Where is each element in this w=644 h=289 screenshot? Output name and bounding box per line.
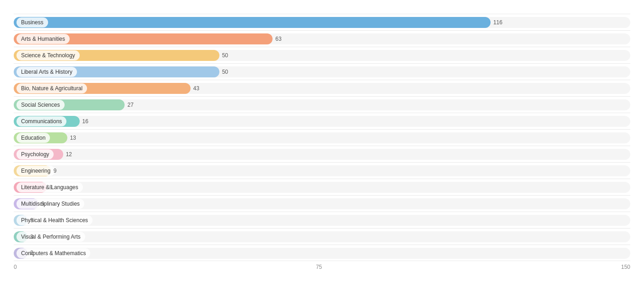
bar-label: Multidisciplinary Studies	[16, 199, 84, 209]
bar-label: Arts & Humanities	[16, 34, 70, 44]
bar-label: Visual & Performing Arts	[16, 232, 85, 242]
bar-value: 27	[127, 102, 133, 108]
bar-row: Physical & Health Sciences3	[14, 212, 630, 228]
bar-value: 6	[41, 201, 44, 207]
bar-row: Visual & Performing Arts3	[14, 228, 630, 245]
bar-label: Bio, Nature & Agricultural	[16, 83, 87, 93]
bar-label: Psychology	[16, 149, 54, 159]
x-axis-label: 150	[621, 264, 630, 270]
bar-row: Literature & Languages8	[14, 179, 630, 195]
bar-value: 50	[222, 52, 228, 59]
bar-label: Engineering	[16, 166, 55, 176]
bar-label: Computers & Mathematics	[16, 248, 90, 258]
bar-value: 12	[66, 151, 72, 158]
bar-value: 3	[30, 234, 33, 240]
bar-row: Engineering9	[14, 162, 630, 179]
x-axis: 075150	[14, 261, 630, 270]
bar-row: Multidisciplinary Studies6	[14, 195, 630, 212]
bar-value: 63	[275, 36, 281, 42]
bar-row: Science & Technology50	[14, 47, 630, 63]
bar-row: Computers & Mathematics2	[14, 245, 630, 261]
bar-label: Social Sciences	[16, 100, 65, 110]
bar-label: Business	[16, 17, 48, 27]
bar-value: 116	[493, 19, 502, 26]
bar-value: 50	[222, 69, 228, 75]
bar-value: 9	[54, 168, 57, 174]
bar-row: Liberal Arts & History50	[14, 63, 630, 80]
bar-label: Liberal Arts & History	[16, 67, 77, 77]
bar-value: 43	[193, 85, 199, 92]
bar-row: Communications16	[14, 113, 630, 129]
bar-label: Education	[16, 133, 50, 143]
bar-row: Education13	[14, 129, 630, 146]
bar-label: Physical & Health Sciences	[16, 215, 93, 225]
bar-label: Science & Technology	[16, 50, 80, 60]
x-axis-label: 0	[14, 264, 17, 270]
bar-row: Social Sciences27	[14, 96, 630, 113]
chart-area: Business116Arts & Humanities63Science & …	[14, 14, 630, 261]
bar-row: Arts & Humanities63	[14, 30, 630, 47]
bar-row: Psychology12	[14, 146, 630, 162]
bar-value: 2	[30, 250, 33, 256]
chart-wrapper: Business116Arts & Humanities63Science & …	[14, 14, 630, 270]
bar-row: Bio, Nature & Agricultural43	[14, 80, 630, 96]
bar-value: 3	[30, 217, 33, 224]
bar-row: Business116	[14, 14, 630, 30]
bar-value: 13	[70, 135, 76, 141]
bar-label: Communications	[16, 116, 66, 126]
bar-value: 16	[82, 118, 88, 125]
bar-value: 8	[49, 184, 53, 191]
x-axis-label: 75	[316, 264, 322, 270]
